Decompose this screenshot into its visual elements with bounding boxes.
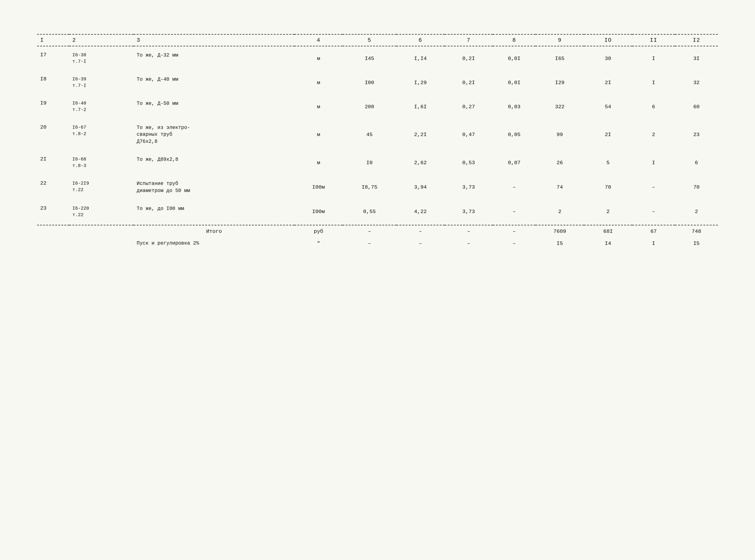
row-desc: То же, Д-40 мм [134,71,294,95]
table-row: I7 I6-38т.7-I То же, Д-32 мм м I45 I,I4 … [37,46,718,71]
row-code: I6-220т.22 [69,200,134,224]
totals-empty [37,225,69,238]
row-col11: 6 [632,95,675,119]
row-col8: – [493,200,536,224]
col-header-10: IO [584,34,632,46]
totals-dash7: – [445,225,493,238]
totals2-col10: I4 [584,238,632,249]
row-col7: 3,73 [445,175,493,200]
row-num: 22 [37,175,69,200]
row-col8: 0,0I [493,71,536,95]
row-desc: То же, из электро-сварных трубД76x2,8 [134,119,294,151]
row-code: I6-68т.8-3 [69,151,134,175]
totals2-dash6: – [396,238,445,249]
table-row: 2I I6-68т.8-3 То же, Д89x2,8 м I0 2,62 0… [37,151,718,175]
row-col12: 2 [675,200,718,224]
row-unit: м [294,119,343,151]
totals-col9: 7609 [535,225,584,238]
row-col9: I29 [535,71,584,95]
row-code: I6-67т.8-2 [69,119,134,151]
col-header-11: II [632,34,675,46]
totals-row-1: Итого руб – – – – 7609 68I 67 748 [37,225,718,238]
row-col7: 3,73 [445,200,493,224]
row-num: I7 [37,46,69,71]
row-col12: 6 [675,151,718,175]
totals2-empty2 [69,238,134,249]
totals2-dash7: – [445,238,493,249]
row-num: 2I [37,151,69,175]
row-col7: 0,2I [445,46,493,71]
row-num: 20 [37,119,69,151]
row-unit: м [294,71,343,95]
row-code: I6-38т.7-I [69,46,134,71]
row-col12: 23 [675,119,718,151]
table-row: I8 I6-39т.7-I То же, Д-40 мм м I00 I,29 … [37,71,718,95]
col-header-2: 2 [69,34,134,46]
row-col6: 4,22 [396,200,445,224]
row-col5: 45 [343,119,396,151]
row-col8: 0,03 [493,95,536,119]
row-unit: м [294,95,343,119]
row-col9: I65 [535,46,584,71]
col-header-7: 7 [445,34,493,46]
table-row: 22 I6-2I9т.22 Испытание трубдиаметром до… [37,175,718,200]
totals2-dash8: – [493,238,536,249]
row-col12: 70 [675,175,718,200]
main-table: I 2 3 4 5 6 7 8 9 IO II I2 I7 I6-38т.7-I… [37,34,718,249]
col-header-12: I2 [675,34,718,46]
row-col10: 2I [584,119,632,151]
row-desc: То же, Д-32 мм [134,46,294,71]
row-desc: То же, Д89x2,8 [134,151,294,175]
row-col6: 2,62 [396,151,445,175]
row-col6: I,I4 [396,46,445,71]
totals2-empty [37,238,69,249]
row-col9: 2 [535,200,584,224]
row-col12: 3I [675,46,718,71]
totals2-col9: I5 [535,238,584,249]
totals-dash6: – [396,225,445,238]
row-col5: I8,75 [343,175,396,200]
row-unit: I00м [294,175,343,200]
row-desc: Испытание трубдиаметром до 50 мм [134,175,294,200]
row-col5: I0 [343,151,396,175]
totals-col11: 67 [632,225,675,238]
row-col8: 0,07 [493,151,536,175]
page: I 2 3 4 5 6 7 8 9 IO II I2 I7 I6-38т.7-I… [0,0,755,560]
row-col7: 0,53 [445,151,493,175]
row-col10: 2I [584,71,632,95]
table-header-row: I 2 3 4 5 6 7 8 9 IO II I2 [37,34,718,46]
row-col6: 3,94 [396,175,445,200]
row-col9: 74 [535,175,584,200]
row-unit: I00м [294,200,343,224]
totals-row-2: Пуск и регулировка 2% " – – – – I5 I4 I … [37,238,718,249]
col-header-4: 4 [294,34,343,46]
row-desc: То же, до I00 мм [134,200,294,224]
row-col5: I00 [343,71,396,95]
row-col10: 30 [584,46,632,71]
table-row: 23 I6-220т.22 То же, до I00 мм I00м 0,55… [37,200,718,224]
totals-empty2 [69,225,134,238]
row-col11: – [632,200,675,224]
totals2-col11: I [632,238,675,249]
totals2-label: Пуск и регулировка 2% [134,238,294,249]
row-col9: 99 [535,119,584,151]
row-col11: I [632,71,675,95]
row-col10: 5 [584,151,632,175]
col-header-5: 5 [343,34,396,46]
table-row: 20 I6-67т.8-2 То же, из электро-сварных … [37,119,718,151]
row-col10: 54 [584,95,632,119]
col-header-6: 6 [396,34,445,46]
col-header-3: 3 [134,34,294,46]
row-col8: – [493,175,536,200]
col-header-1: I [37,34,69,46]
totals-dash5: – [343,225,396,238]
row-col12: 32 [675,71,718,95]
row-num: I8 [37,71,69,95]
totals-unit1: руб [294,225,343,238]
row-code: I6-40т.7-2 [69,95,134,119]
row-col11: I [632,151,675,175]
row-col11: I [632,46,675,71]
row-col7: 0,2I [445,71,493,95]
row-col11: – [632,175,675,200]
row-col8: 0,05 [493,119,536,151]
